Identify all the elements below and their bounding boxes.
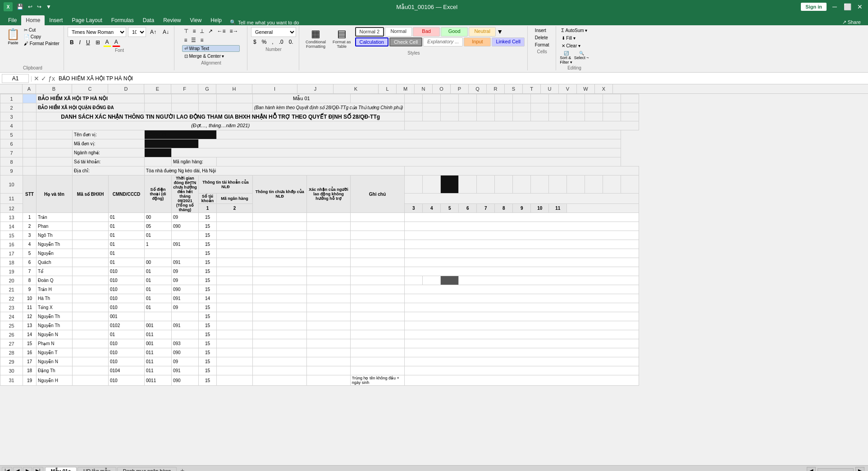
- cell-d19[interactable]: 010: [109, 267, 145, 276]
- style-explanatory[interactable]: Explanatory ...: [423, 37, 463, 46]
- cell-e2[interactable]: [145, 103, 172, 112]
- row-num-20[interactable]: 20: [0, 276, 23, 285]
- cell-e7[interactable]: [145, 148, 172, 157]
- cell-d13[interactable]: 01: [109, 213, 145, 222]
- cell-m1[interactable]: [423, 94, 441, 103]
- cell-k13[interactable]: [350, 213, 404, 222]
- cell-b7[interactable]: [37, 148, 73, 157]
- cell-l27[interactable]: [405, 339, 639, 348]
- cell-t2[interactable]: [549, 103, 567, 112]
- cell-c27[interactable]: [73, 339, 109, 348]
- cell-o20[interactable]: [459, 276, 639, 285]
- tab-help[interactable]: Help: [206, 15, 226, 25]
- cell-e31[interactable]: 0011: [145, 375, 172, 386]
- cell-b13[interactable]: Trần: [37, 213, 73, 222]
- cell-w10[interactable]: [603, 175, 621, 194]
- cell-d17[interactable]: 01: [109, 249, 145, 258]
- cell-f30[interactable]: 091: [172, 366, 199, 375]
- cell-a24[interactable]: 12: [23, 312, 37, 321]
- font-size-select[interactable]: 10: [128, 27, 146, 37]
- cell-c8[interactable]: Số tài khoản:: [73, 157, 145, 166]
- cell-v2[interactable]: [585, 103, 603, 112]
- cell-g21[interactable]: 15: [199, 285, 217, 294]
- cell-g19[interactable]: 15: [199, 267, 217, 276]
- cell-o10[interactable]: [459, 175, 477, 194]
- cell-f27[interactable]: 093: [172, 339, 199, 348]
- cell-b25[interactable]: Nguyễn Th: [37, 321, 73, 330]
- sheet-tab-mau01a[interactable]: Mẫu 01a: [45, 467, 77, 471]
- cell-j23[interactable]: [307, 303, 350, 312]
- format-as-table-button[interactable]: ▤ Format asTable: [330, 27, 354, 50]
- col-num-7[interactable]: 7: [477, 204, 495, 213]
- cell-f13[interactable]: 09: [172, 213, 199, 222]
- indent-increase-btn[interactable]: ≡→: [228, 27, 240, 35]
- col-num-1[interactable]: 1: [199, 204, 217, 213]
- cell-t10[interactable]: [549, 175, 567, 194]
- cell-g14[interactable]: 15: [199, 222, 217, 231]
- cell-b15[interactable]: Ngô Th: [37, 231, 73, 240]
- col-header-r[interactable]: R: [487, 84, 505, 93]
- cell-m10[interactable]: [423, 175, 441, 194]
- cell-j29[interactable]: [307, 357, 350, 366]
- fill-button[interactable]: ⬇ Fill ▾: [560, 35, 589, 42]
- style-check-cell[interactable]: Check Cell: [389, 37, 422, 46]
- cell-h2[interactable]: [217, 103, 253, 112]
- style-calculation[interactable]: Calculation: [355, 37, 388, 46]
- align-middle-btn[interactable]: ≡: [191, 27, 197, 35]
- cell-k20[interactable]: [350, 276, 404, 285]
- cell-g18[interactable]: 15: [199, 258, 217, 267]
- cell-i22[interactable]: [253, 294, 307, 303]
- cell-k14[interactable]: [350, 222, 404, 231]
- cell-w1[interactable]: [603, 94, 621, 103]
- styles-expand-btn[interactable]: ▼: [497, 27, 503, 37]
- cell-g15[interactable]: 15: [199, 231, 217, 240]
- cell-n1[interactable]: [441, 94, 459, 103]
- align-center-btn[interactable]: ☰: [189, 36, 198, 44]
- cell-i18[interactable]: [253, 258, 307, 267]
- cell-h23[interactable]: [217, 303, 253, 312]
- row-num-18[interactable]: 18: [0, 258, 23, 267]
- cell-a31[interactable]: 19: [23, 375, 37, 386]
- align-top-btn[interactable]: ⊤: [182, 27, 190, 35]
- cell-i26[interactable]: [253, 330, 307, 339]
- cell-d27[interactable]: 010: [109, 339, 145, 348]
- cell-h31[interactable]: [217, 375, 253, 386]
- cell-l21[interactable]: [405, 285, 639, 294]
- cell-f21[interactable]: 090: [172, 285, 199, 294]
- cell-c7[interactable]: Ngành nghề:: [73, 148, 145, 157]
- col-header-d[interactable]: D: [108, 84, 144, 93]
- cut-button[interactable]: ✂ Cut: [23, 27, 61, 33]
- italic-button[interactable]: I: [77, 38, 83, 46]
- header-thongtin-taikhoan[interactable]: Thông tin tài khoản của NLĐ: [199, 175, 253, 194]
- cell-g23[interactable]: 15: [199, 303, 217, 312]
- cell-b27[interactable]: Phạm N: [37, 339, 73, 348]
- cell-g25[interactable]: 15: [199, 321, 217, 330]
- cell-d28[interactable]: 010: [109, 348, 145, 357]
- cell-h14[interactable]: [217, 222, 253, 231]
- cell-k25[interactable]: [350, 321, 404, 330]
- cell-j31[interactable]: [307, 375, 350, 386]
- row-num-15[interactable]: 15: [0, 231, 23, 240]
- sheet-tab-hd[interactable]: HD lập mẫu: [78, 467, 116, 471]
- cell-k15[interactable]: [350, 231, 404, 240]
- cell-e26[interactable]: 011: [145, 330, 172, 339]
- cell-b21[interactable]: Trần H: [37, 285, 73, 294]
- cell-d31[interactable]: 010: [109, 375, 145, 386]
- cell-b31[interactable]: Nguyễn H: [37, 375, 73, 386]
- col-header-b[interactable]: B: [36, 84, 72, 93]
- col-header-q[interactable]: Q: [469, 84, 487, 93]
- underline-button[interactable]: U: [84, 38, 92, 46]
- close-button[interactable]: ✕: [855, 2, 864, 11]
- cell-l31[interactable]: [405, 375, 639, 386]
- cell-c6[interactable]: Mã đơn vị:: [73, 139, 145, 148]
- cell-l26[interactable]: [405, 330, 639, 339]
- tab-home[interactable]: Home: [21, 15, 45, 25]
- header-ghichu[interactable]: Ghi chú: [350, 175, 404, 213]
- cell-l11[interactable]: [405, 194, 639, 204]
- cell-a20[interactable]: 8: [23, 276, 37, 285]
- cell-h29[interactable]: [217, 357, 253, 366]
- cell-d22[interactable]: 010: [109, 294, 145, 303]
- find-select-button[interactable]: 🔍 Select ~: [574, 51, 589, 65]
- cell-r2[interactable]: [513, 103, 531, 112]
- cell-a9[interactable]: [23, 166, 37, 175]
